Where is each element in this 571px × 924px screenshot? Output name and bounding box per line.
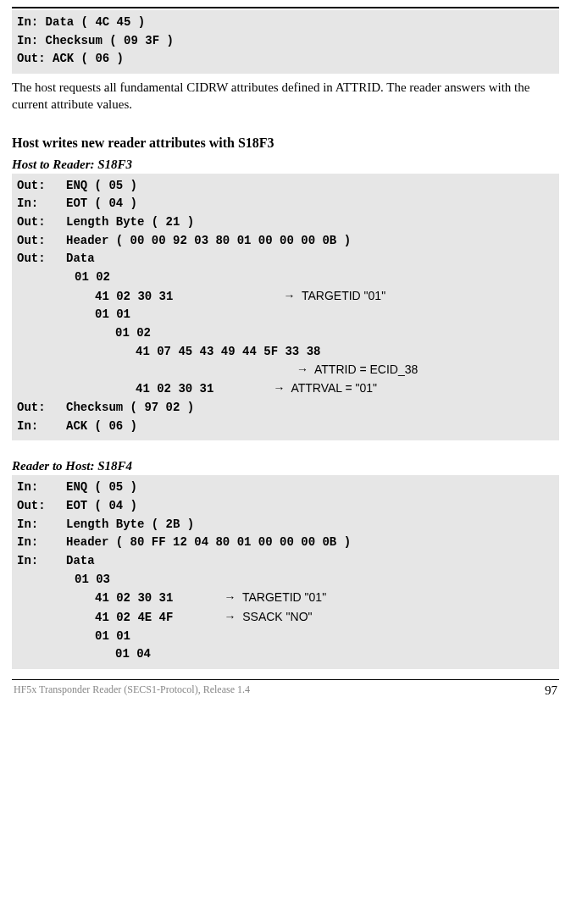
code-line: EOT ( 04 ) <box>66 497 137 516</box>
code-line: ACK ( 06 ) <box>66 418 137 436</box>
code-line: ENQ ( 05 ) <box>66 479 137 497</box>
annotation: → ATTRID = ECID_38 <box>297 361 418 379</box>
arrow-icon: → <box>297 362 308 376</box>
code-line: In: Data ( 4C 45 ) <box>17 14 145 32</box>
code-line: 01 04 <box>115 645 151 664</box>
dir-label: In: <box>17 195 66 213</box>
code-line: 01 02 <box>115 324 151 343</box>
subsection-heading: Host to Reader: S18F3 <box>12 158 559 172</box>
dir-label: Out: <box>17 213 66 232</box>
code-line: 41 02 30 31 <box>95 288 173 307</box>
code-line: ENQ ( 05 ) <box>66 177 137 196</box>
dir-label: Out: <box>17 232 66 251</box>
annotation: → TARGETID "01" <box>283 287 385 306</box>
annotation: → SSACK "NO" <box>224 608 312 627</box>
arrow-icon: → <box>224 590 236 604</box>
dir-label: In: <box>17 516 66 534</box>
code-line: 01 02 <box>75 268 110 287</box>
code-line: Length Byte ( 21 ) <box>66 213 194 232</box>
code-line: Data <box>66 552 95 571</box>
code-line: Length Byte ( 2B ) <box>66 516 194 534</box>
code-line: Data <box>66 250 95 268</box>
code-line: 01 01 <box>95 306 130 324</box>
code-block-3: In:ENQ ( 05 ) Out:EOT ( 04 ) In:Length B… <box>12 475 559 669</box>
code-line: Out: ACK ( 06 ) <box>17 50 124 69</box>
code-line: Checksum ( 97 02 ) <box>66 399 194 418</box>
code-line: Header ( 80 FF 12 04 80 01 00 00 00 0B ) <box>66 534 351 552</box>
code-block-1: In: Data ( 4C 45 ) In: Checksum ( 09 3F … <box>12 10 559 74</box>
dir-label: Out: <box>17 399 66 418</box>
annotation: → TARGETID "01" <box>224 589 326 607</box>
arrow-icon: → <box>224 610 236 623</box>
page-number: 97 <box>545 683 557 698</box>
dir-label: Out: <box>17 250 66 268</box>
top-rule <box>12 7 559 8</box>
dir-label: In: <box>17 534 66 552</box>
annotation: → ATTRVAL = "01" <box>273 379 377 398</box>
arrow-icon: → <box>283 289 295 302</box>
paragraph: The host requests all fundamental CIDRW … <box>12 79 559 113</box>
code-line: Header ( 00 00 92 03 80 01 00 00 00 0B ) <box>66 232 351 251</box>
code-line: EOT ( 04 ) <box>66 195 137 213</box>
code-line: 41 02 4E 4F <box>95 609 173 628</box>
code-line: In: Checksum ( 09 3F ) <box>17 32 174 51</box>
code-line: 41 02 30 31 <box>95 589 173 608</box>
subsection-heading: Reader to Host: S18F4 <box>12 459 559 473</box>
dir-label: Out: <box>17 177 66 196</box>
code-line: 41 02 30 31 <box>136 380 213 399</box>
footer: HF5x Transponder Reader (SECS1-Protocol)… <box>12 679 559 698</box>
code-line: 01 03 <box>75 571 110 589</box>
code-line: 01 01 <box>95 628 130 646</box>
dir-label: In: <box>17 552 66 571</box>
dir-label: Out: <box>17 497 66 516</box>
dir-label: In: <box>17 418 66 436</box>
dir-label: In: <box>17 479 66 497</box>
code-line: 41 07 45 43 49 44 5F 33 38 <box>136 343 320 362</box>
code-block-2: Out:ENQ ( 05 ) In:EOT ( 04 ) Out:Length … <box>12 174 559 441</box>
arrow-icon: → <box>273 381 285 395</box>
section-heading: Host writes new reader attributes with S… <box>12 136 559 151</box>
footer-doc-title: HF5x Transponder Reader (SECS1-Protocol)… <box>14 683 250 698</box>
